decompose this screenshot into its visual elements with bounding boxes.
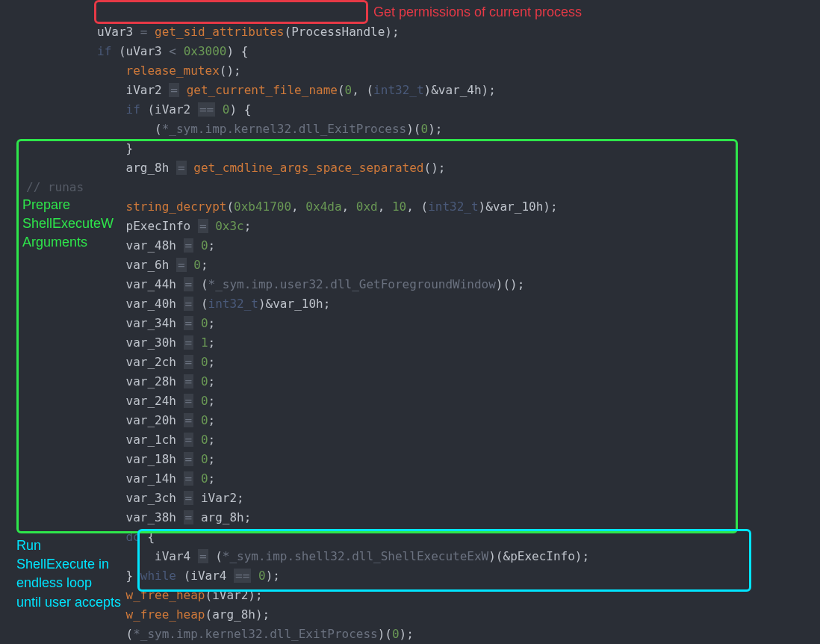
annotation-green: Prepare ShellExecuteW Arguments bbox=[22, 196, 114, 253]
annotation-red: Get permissions of current process bbox=[373, 3, 582, 22]
code-block: uVar3 = get_sid_attributes(ProcessHandle… bbox=[0, 0, 820, 644]
function-call: get_sid_attributes bbox=[155, 25, 284, 39]
variable: uVar3 bbox=[97, 25, 133, 39]
comment: // runas bbox=[26, 180, 84, 194]
annotation-cyan: Run ShellExecute in endless loop until u… bbox=[16, 536, 121, 612]
